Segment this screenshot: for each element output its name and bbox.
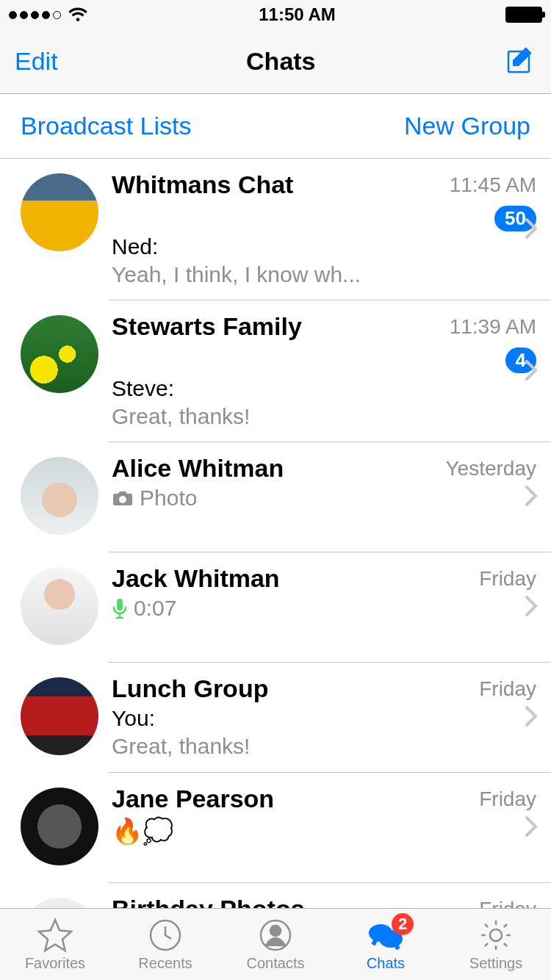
chat-preview: Great, thanks!: [112, 734, 536, 759]
svg-point-8: [490, 929, 502, 941]
tab-badge: 2: [392, 913, 414, 935]
chat-name: Whitmans Chat: [112, 170, 293, 199]
sub-bar: Broadcast Lists New Group: [0, 94, 551, 159]
chat-preview: Yeah, I think, I know wh...: [112, 262, 536, 287]
chat-preview: 🔥💭: [112, 816, 536, 846]
clock-icon: [147, 917, 184, 954]
wifi-icon: [67, 7, 89, 23]
gear-icon: [478, 917, 514, 954]
avatar: [21, 315, 98, 393]
avatar: [21, 173, 98, 251]
tab-recents[interactable]: Recents: [110, 909, 220, 980]
chat-row[interactable]: Jack Whitman Friday 0:07: [0, 552, 551, 663]
tab-contacts[interactable]: Contacts: [220, 909, 331, 980]
broadcast-lists-button[interactable]: Broadcast Lists: [21, 112, 191, 140]
chat-time: Friday: [479, 677, 536, 701]
chat-sender: Steve:: [112, 376, 536, 401]
battery-icon: [505, 7, 542, 23]
chat-sender: Ned:: [112, 234, 536, 259]
status-bar: 11:50 AM: [0, 0, 551, 29]
camera-icon: [112, 489, 134, 507]
avatar: [21, 788, 98, 865]
contact-icon: [257, 917, 294, 954]
avatar: [21, 677, 98, 755]
tab-label: Contacts: [247, 955, 305, 972]
signal-strength-icon: [9, 11, 61, 19]
chat-row[interactable]: Stewarts Family 11:39 AM 4 Steve: Great,…: [0, 300, 551, 442]
microphone-icon: [112, 597, 128, 619]
nav-bar: Edit Chats: [0, 29, 551, 94]
star-icon: [37, 917, 73, 954]
chat-name: Alice Whitman: [112, 454, 284, 483]
chevron-right-icon: [525, 217, 538, 242]
status-time: 11:50 AM: [259, 4, 335, 25]
chevron-right-icon: [525, 595, 538, 620]
compose-icon: [504, 44, 536, 76]
chevron-right-icon: [525, 705, 538, 730]
chevron-right-icon: [525, 815, 538, 840]
chevron-right-icon: [525, 359, 538, 384]
new-group-button[interactable]: New Group: [404, 112, 530, 140]
status-right: [505, 7, 542, 23]
tab-bar: Favorites Recents Contacts 2 Chats Setti…: [0, 908, 551, 980]
chat-row[interactable]: Whitmans Chat 11:45 AM 50 Ned: Yeah, I t…: [0, 159, 551, 300]
chat-preview-text: Photo: [140, 486, 197, 511]
tab-label: Recents: [138, 955, 192, 972]
edit-button[interactable]: Edit: [15, 47, 58, 76]
chat-list: Whitmans Chat 11:45 AM 50 Ned: Yeah, I t…: [0, 159, 551, 976]
svg-rect-2: [117, 599, 123, 610]
tab-favorites[interactable]: Favorites: [0, 909, 110, 980]
chat-sender: You:: [112, 706, 536, 731]
chat-time: Friday: [479, 567, 536, 591]
tab-label: Chats: [367, 955, 405, 972]
svg-point-1: [119, 496, 126, 503]
tab-label: Settings: [469, 955, 522, 972]
avatar: [21, 457, 98, 535]
chat-name: Jack Whitman: [112, 564, 280, 593]
avatar: [21, 567, 98, 645]
chat-preview: Great, thanks!: [112, 404, 536, 429]
chat-time: Yesterday: [446, 457, 537, 480]
chevron-right-icon: [525, 485, 538, 510]
status-left: [9, 7, 89, 23]
tab-chats[interactable]: 2 Chats: [331, 909, 441, 980]
chat-name: Lunch Group: [112, 674, 268, 703]
tab-label: Favorites: [25, 955, 85, 972]
tab-settings[interactable]: Settings: [441, 909, 551, 980]
chat-time: 11:45 AM: [450, 173, 536, 197]
svg-point-5: [270, 926, 281, 936]
chat-row[interactable]: Lunch Group Friday You: Great, thanks!: [0, 663, 551, 773]
chat-row[interactable]: Jane Pearson Friday 🔥💭: [0, 773, 551, 883]
chat-name: Jane Pearson: [112, 785, 274, 813]
chat-preview: Photo: [112, 486, 536, 511]
page-title: Chats: [246, 47, 315, 76]
chat-preview: 0:07: [112, 596, 536, 621]
chat-name: Stewarts Family: [112, 312, 302, 341]
chat-row[interactable]: Alice Whitman Yesterday Photo: [0, 442, 551, 552]
chat-time: 11:39 AM: [450, 315, 536, 339]
chat-time: Friday: [479, 788, 536, 811]
chat-preview-text: 0:07: [134, 596, 176, 621]
compose-button[interactable]: [504, 44, 536, 79]
